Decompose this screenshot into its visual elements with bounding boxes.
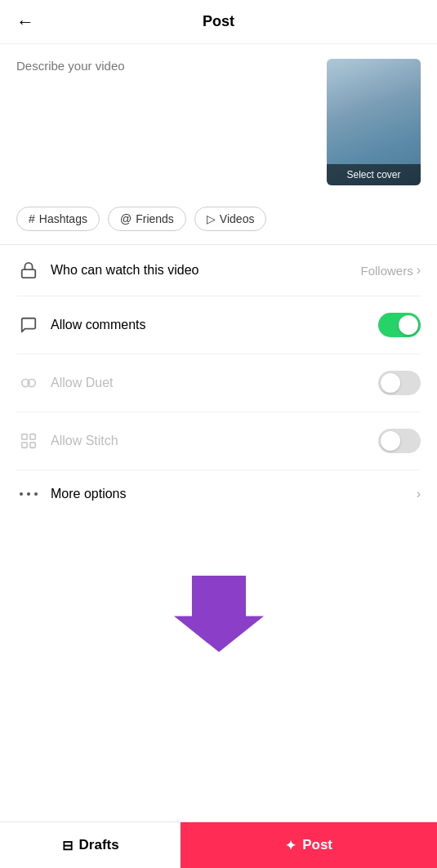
allow-comments-row[interactable]: Allow comments (16, 296, 421, 354)
drafts-button[interactable]: ⊟ Drafts (0, 822, 181, 868)
post-label: Post (302, 837, 332, 853)
svg-rect-4 (30, 434, 35, 439)
bottom-bar: ⊟ Drafts ✦ Post (0, 821, 437, 868)
arrow-decoration (0, 518, 437, 689)
allow-stitch-label: Allow Stitch (51, 434, 378, 448)
friends-button[interactable]: @ Friends (108, 207, 186, 231)
allow-duet-toggle[interactable] (378, 371, 421, 395)
drafts-label: Drafts (79, 837, 119, 853)
drafts-icon: ⊟ (62, 838, 73, 853)
hashtags-button[interactable]: # Hashtags (16, 207, 100, 231)
post-button[interactable]: ✦ Post (181, 822, 437, 868)
videos-button[interactable]: ▷ Videos (194, 207, 267, 231)
sparkle-icon: ✦ (285, 838, 296, 853)
svg-rect-3 (22, 434, 27, 439)
page-title: Post (203, 13, 234, 30)
tags-row: # Hashtags @ Friends ▷ Videos (0, 200, 437, 244)
download-arrow-icon (174, 567, 264, 657)
allow-duet-label: Allow Duet (51, 376, 378, 390)
play-icon: ▷ (207, 212, 216, 225)
toggle-knob (381, 431, 400, 451)
chevron-right-icon: › (417, 263, 421, 278)
at-icon: @ (120, 212, 132, 225)
video-thumbnail[interactable]: Select cover (327, 59, 421, 185)
hashtags-label: Hashtags (39, 212, 87, 225)
svg-rect-6 (30, 443, 35, 447)
allow-comments-label: Allow comments (51, 318, 378, 332)
svg-rect-0 (22, 269, 36, 278)
svg-point-9 (34, 492, 38, 496)
svg-marker-10 (174, 576, 264, 652)
stitch-icon (16, 432, 41, 450)
svg-point-8 (27, 492, 30, 496)
followers-value: Followers (360, 264, 412, 278)
allow-duet-row[interactable]: Allow Duet (16, 354, 421, 412)
more-options-row[interactable]: More options › (16, 470, 421, 518)
comment-icon (16, 316, 41, 334)
duet-icon (16, 374, 41, 392)
description-input[interactable] (16, 59, 314, 185)
videos-label: Videos (220, 212, 255, 225)
lock-icon (16, 261, 41, 279)
more-options-label: More options (51, 487, 417, 501)
who-can-watch-row[interactable]: Who can watch this video Followers › (16, 245, 421, 296)
allow-stitch-row[interactable]: Allow Stitch (16, 412, 421, 470)
svg-point-7 (20, 492, 23, 496)
chevron-right-icon: › (417, 487, 421, 501)
header: ← Post (0, 0, 437, 44)
hash-icon: # (29, 212, 35, 225)
who-can-watch-label: Who can watch this video (51, 263, 360, 278)
back-button[interactable]: ← (16, 11, 34, 33)
allow-stitch-toggle[interactable] (378, 429, 421, 453)
select-cover-label[interactable]: Select cover (327, 164, 421, 185)
friends-label: Friends (136, 212, 174, 225)
more-options-icon (16, 492, 41, 496)
settings-section: Who can watch this video Followers › All… (0, 245, 437, 518)
allow-comments-toggle[interactable] (378, 313, 421, 337)
description-area: Select cover (0, 44, 437, 200)
svg-rect-5 (22, 443, 27, 447)
toggle-knob (399, 315, 418, 335)
toggle-knob (381, 373, 400, 393)
